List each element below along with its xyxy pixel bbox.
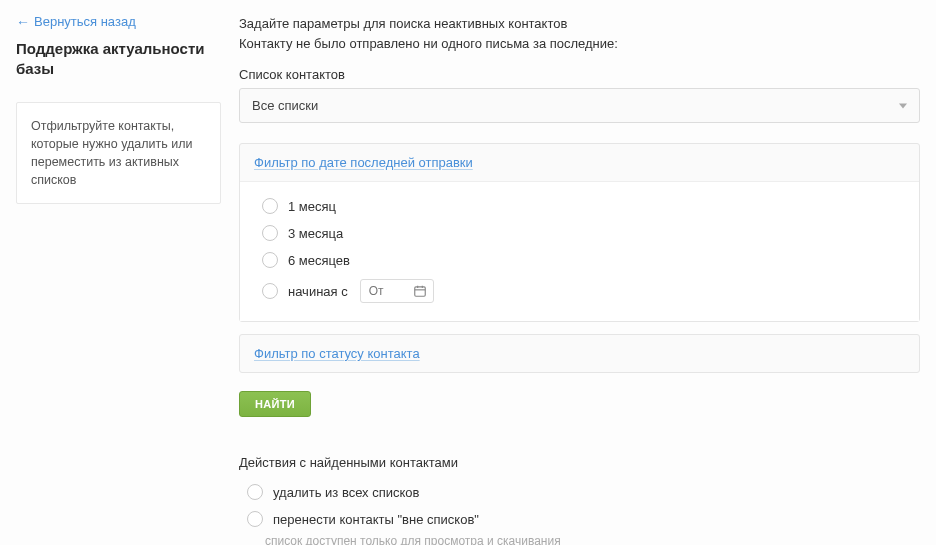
- arrow-left-icon: ←: [16, 15, 30, 29]
- calendar-icon: [413, 284, 427, 298]
- find-button[interactable]: НАЙТИ: [239, 391, 311, 417]
- filter-date-title: Фильтр по дате последней отправки: [254, 155, 473, 170]
- list-label: Список контактов: [239, 67, 920, 82]
- info-box: Отфильтруйте контакты, которые нужно уда…: [16, 102, 221, 205]
- intro-sub: Контакту не было отправлено ни одного пи…: [239, 34, 920, 54]
- filter-date-header[interactable]: Фильтр по дате последней отправки: [240, 144, 919, 182]
- period-label: 1 месяц: [288, 199, 336, 214]
- actions-title: Действия с найденными контактами: [239, 455, 920, 470]
- svg-rect-0: [414, 287, 425, 296]
- period-option-6months[interactable]: 6 месяцев: [262, 252, 897, 268]
- action-option-delete[interactable]: удалить из всех списков: [247, 484, 920, 500]
- filter-status-header[interactable]: Фильтр по статусу контакта: [239, 334, 920, 373]
- contact-list-select[interactable]: Все списки: [239, 88, 920, 123]
- period-option-1month[interactable]: 1 месяц: [262, 198, 897, 214]
- radio-icon: [247, 484, 263, 500]
- action-hint: список доступен только для просмотра и с…: [265, 534, 920, 545]
- action-label: удалить из всех списков: [273, 485, 420, 500]
- date-input[interactable]: [369, 284, 413, 298]
- starting-from-label: начиная с: [288, 284, 348, 299]
- radio-icon: [262, 283, 278, 299]
- radio-icon: [262, 198, 278, 214]
- filter-status-title: Фильтр по статусу контакта: [254, 346, 420, 361]
- radio-icon: [262, 225, 278, 241]
- back-link-label: Вернуться назад: [34, 14, 136, 29]
- period-option-starting-from[interactable]: начиная с: [262, 279, 897, 303]
- period-label: 6 месяцев: [288, 253, 350, 268]
- period-option-3months[interactable]: 3 месяца: [262, 225, 897, 241]
- action-label: перенести контакты "вне списков": [273, 512, 479, 527]
- action-option-move[interactable]: перенести контакты "вне списков": [247, 511, 920, 527]
- page-title: Поддержка актуальности базы: [16, 39, 221, 80]
- back-link[interactable]: ← Вернуться назад: [16, 14, 136, 29]
- radio-icon: [262, 252, 278, 268]
- radio-icon: [247, 511, 263, 527]
- contact-list-selected: Все списки: [252, 98, 318, 113]
- period-label: 3 месяца: [288, 226, 343, 241]
- intro-line: Задайте параметры для поиска неактивных …: [239, 14, 920, 34]
